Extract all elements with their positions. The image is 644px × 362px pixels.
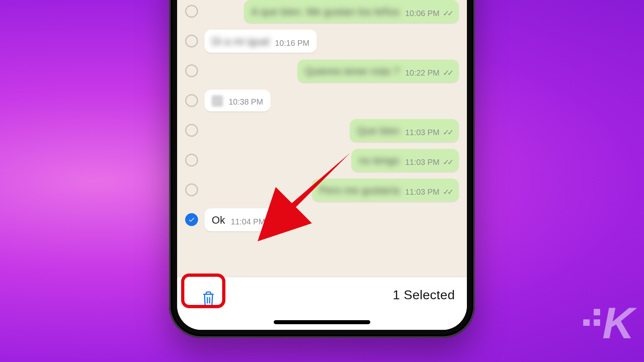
phone-screen: 10:01 PM A que bien. Me gustan los leños… [177, 0, 467, 330]
read-ticks-icon: ✓✓ [443, 68, 452, 78]
read-ticks-icon: ✓✓ [443, 8, 452, 18]
message-row[interactable]: 10:38 PM [185, 88, 459, 113]
select-circle[interactable] [185, 35, 198, 47]
message-content-sticker [212, 95, 223, 107]
message-content: Ok [212, 214, 225, 226]
message-time: 10:38 PM [229, 97, 263, 107]
read-ticks-icon: ✓✓ [443, 128, 452, 137]
message-bubble-incoming[interactable]: Ok 11:04 PM [204, 208, 272, 231]
watermark-dots-icon [583, 309, 600, 326]
delete-button[interactable] [189, 284, 228, 313]
message-row-selected[interactable]: Ok 11:04 PM [185, 208, 459, 232]
message-row[interactable]: no tengo 11:03 PM ✓✓ [185, 148, 459, 172]
read-ticks-icon: ✓✓ [443, 187, 452, 197]
message-content: Pero me gustaría [319, 184, 399, 197]
select-circle[interactable] [185, 154, 198, 167]
message-bubble-outgoing[interactable]: Que bien 11:03 PM ✓✓ [350, 119, 459, 142]
message-bubble-outgoing[interactable]: no tengo 11:03 PM ✓✓ [351, 149, 459, 172]
message-bubble-incoming[interactable]: 10:38 PM [204, 90, 270, 111]
select-circle-checked[interactable] [185, 213, 198, 226]
message-content: Que bien [357, 125, 400, 137]
select-circle[interactable] [185, 124, 198, 137]
message-row[interactable]: Pero me gustaría 11:03 PM ✓✓ [185, 178, 459, 202]
trash-icon [201, 291, 216, 307]
watermark-letter: K [603, 297, 633, 348]
message-content: Quieres tener más ? [305, 65, 400, 78]
select-circle[interactable] [185, 183, 198, 196]
message-row[interactable]: Que bien 11:03 PM ✓✓ [185, 118, 459, 142]
selected-count-label: 1 Selected [393, 288, 455, 302]
message-time: 10:06 PM [405, 9, 440, 18]
message-time: 11:03 PM [405, 187, 440, 197]
message-time: 11:04 PM [231, 217, 265, 226]
check-icon [188, 216, 195, 223]
chat-message-list[interactable]: 10:01 PM A que bien. Me gustan los leños… [177, 0, 467, 277]
message-content: Di a mi igual [212, 35, 269, 48]
message-content: no tengo [359, 154, 399, 167]
message-time: 10:22 PM [405, 68, 440, 78]
select-circle[interactable] [185, 94, 198, 107]
phone-frame: 10:01 PM A que bien. Me gustan los leños… [169, 0, 475, 338]
message-bubble-outgoing[interactable]: Quieres tener más ? 10:22 PM ✓✓ [297, 60, 459, 82]
message-time: 11:03 PM [405, 128, 440, 137]
message-row[interactable]: A que bien. Me gustan los leños 10:06 PM… [185, 0, 459, 23]
select-circle[interactable] [185, 64, 198, 77]
read-ticks-icon: ✓✓ [443, 157, 452, 167]
home-indicator[interactable] [274, 320, 370, 324]
watermark: K [583, 297, 633, 348]
message-content: A que bien. Me gustan los leños [251, 6, 400, 18]
message-bubble-incoming[interactable]: Di a mi igual 10:16 PM [204, 30, 317, 53]
message-row[interactable]: Di a mi igual 10:16 PM [185, 29, 459, 53]
message-row[interactable]: Quieres tener más ? 10:22 PM ✓✓ [185, 59, 459, 83]
message-time: 11:03 PM [405, 158, 440, 167]
message-bubble-outgoing[interactable]: A que bien. Me gustan los leños 10:06 PM… [244, 0, 459, 23]
message-bubble-outgoing[interactable]: Pero me gustaría 11:03 PM ✓✓ [312, 179, 459, 202]
stage: 10:01 PM A que bien. Me gustan los leños… [0, 0, 644, 362]
message-time: 10:16 PM [275, 39, 310, 48]
select-circle[interactable] [185, 5, 198, 18]
